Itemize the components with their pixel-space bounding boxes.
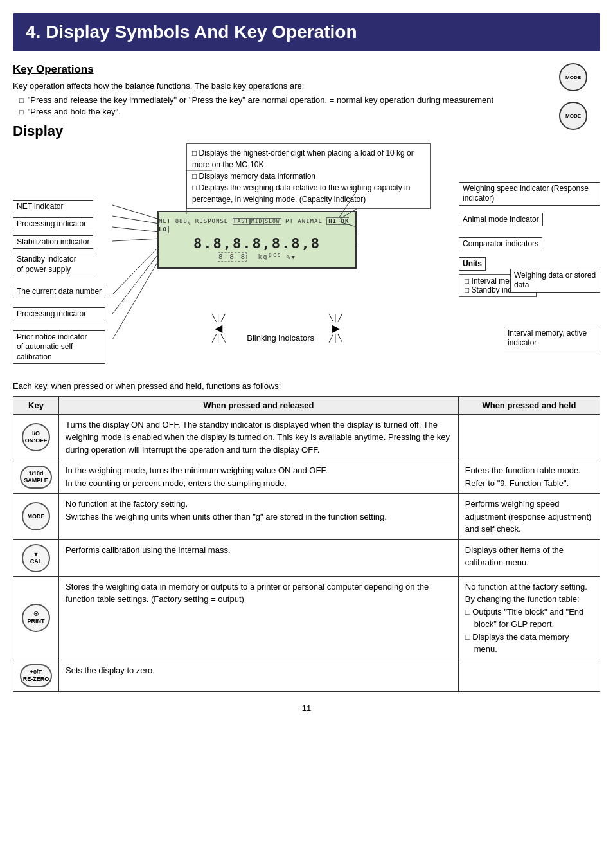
svg-line-11 [112,253,159,314]
svg-line-1 [112,216,159,224]
page-wrapper: 4. Display Symbols And Key Operation Key… [13,13,600,713]
lcd-display: NET 888% RESPONSE FASTMIDSLOW PT ANIMAL … [157,211,357,269]
lcd-main-row: 8.8,8.8,8.8,8 [193,235,321,251]
svg-line-12 [112,259,159,339]
key-button-5[interactable]: +0/T RE-ZERO [20,664,52,687]
key-button-2[interactable]: MODE [22,502,50,530]
pressed-held-cell-1: Enters the function table mode. Refer to… [458,460,600,494]
pressed-held-cell-3: Displays other items of the calibration … [458,539,600,576]
blinking-indicators: ╲│╱ ◀ ╱│╲ Blinking indicators ╲│╱ ▶ ╱│╲ [212,314,342,343]
top-callout-item-2: □ Displays memory data information [192,170,425,182]
bullet-1: □ "Press and release the key immediately… [19,95,600,105]
page-number: 11 [13,703,600,713]
table-row: 1/10d SAMPLEIn the weighing mode, turns … [13,460,600,494]
key-button-0[interactable]: I/O ON:OFF [22,423,50,451]
pressed-released-cell-5: Sets the display to zero. [59,660,459,691]
table-row: I/O ON:OFFTurns the display ON and OFF. … [13,414,600,460]
key-cell-5: +0/T RE-ZERO [13,660,59,691]
svg-line-0 [112,205,159,219]
pressed-released-cell-2: No function at the factory setting.Switc… [59,494,459,540]
blink-chevron-down-1: ╱│╲ [212,334,226,343]
key-cell-4: ☉ PRINT [13,576,59,660]
pressed-held-cell-4: No function at the factory setting.By ch… [458,576,600,660]
display-diagram: □ Displays the highest-order digit when … [13,143,600,375]
left-labels: NET indicator Processing indicator Stabi… [13,200,93,280]
top-callout-item-1: □ Displays the highest-order digit when … [192,147,425,170]
net-indicator-label: NET indicator [13,200,93,214]
key-button-1[interactable]: 1/10d SAMPLE [20,466,52,489]
top-callout-item-3: □ Displays the weighing data relative to… [192,182,425,205]
col-key: Key [13,396,59,414]
table-row: ☉ PRINTStores the weighing data in memor… [13,576,600,660]
key-cell-2: MODE [13,494,59,540]
key-operations-title: Key Operations [13,63,600,76]
current-data-number-label: The current data number [13,285,105,299]
key-cell-3: ▼ CAL [13,539,59,576]
blink-chevron-up-2: ╲│╱ [329,314,342,322]
col-pressed-held: When pressed and held [458,396,600,414]
page-header: 4. Display Symbols And Key Operation [13,13,600,51]
pressed-released-cell-0: Turns the display ON and OFF. The standb… [59,414,459,460]
key-cell-1: 1/10d SAMPLE [13,460,59,494]
blink-arrow-left: ◀ [212,322,226,334]
display-title: Display [13,123,600,140]
pressed-released-cell-4: Stores the weighing data in memory or ou… [59,576,459,660]
blink-chevron-up-1: ╲│╱ [212,314,226,322]
keys-table: Key When pressed and released When press… [13,396,600,692]
col-pressed-released: When pressed and released [59,396,459,414]
pressed-released-cell-3: Performs calibration using the internal … [59,539,459,576]
display-section: Display □ Displays the highest-order dig… [13,123,600,375]
top-callout-box: □ Displays the highest-order digit when … [186,143,431,209]
key-button-3[interactable]: ▼ CAL [22,544,50,572]
pressed-released-cell-1: In the weighing mode, turns the minimum … [59,460,459,494]
key-cell-0: I/O ON:OFF [13,414,59,460]
key-button-4[interactable]: ☉ PRINT [22,604,50,632]
units-label: Units [459,257,486,271]
mode-icons: MODE MODE [559,63,587,130]
mode-icon-label-2: MODE [565,113,581,119]
table-description: Each key, when pressed or when pressed a… [13,381,600,391]
blink-arrow-right: ▶ [329,322,342,334]
bottom-left-labels: The current data number Processing indic… [13,285,105,365]
key-operations-intro: Key operation affects how the balance fu… [13,80,600,93]
weighing-data-label: Weighing data or stored data [510,269,600,293]
processing-indicator-label-1: Processing indicator [13,217,93,231]
blink-symbol-left: ╲│╱ ◀ ╱│╲ [212,314,226,343]
bullet-text-2: "Press and hold the key". [28,107,121,116]
key-operations-section: Key Operations Key operation affects how… [13,63,600,116]
animal-mode-indicator-label: Animal mode indicator [459,213,543,227]
bullet-symbol-2: □ [19,108,24,116]
lcd-sub-row: 8 8 8 kgpcs %▼ [218,251,296,261]
pressed-held-cell-5 [458,660,600,691]
table-row: MODENo function at the factory setting.S… [13,494,600,540]
prior-notice-indicator-label: Prior notice indicatorof automatic selfc… [13,330,105,365]
weighing-speed-indicator-label: Weighing speed indicator (Response indic… [459,182,600,206]
pressed-held-cell-0 [458,414,600,460]
page-title: 4. Display Symbols And Key Operation [26,22,587,42]
bullet-symbol-1: □ [19,96,24,104]
standby-indicator-label: Standby indicatorof power supply [13,253,93,276]
svg-line-10 [112,246,159,294]
table-header-row: Key When pressed and released When press… [13,396,600,414]
table-row: +0/T RE-ZEROSets the display to zero. [13,660,600,691]
pressed-held-cell-2: Performs weighing speed adjustment (resp… [458,494,600,540]
table-row: ▼ CALPerforms calibration using the inte… [13,539,600,576]
stabilization-indicator-label: Stabilization indicator [13,235,93,249]
svg-line-3 [112,239,159,241]
mode-icon-label-1: MODE [565,75,581,80]
processing-indicator-label-2: Processing indicator [13,307,105,321]
lcd-top-row: NET 888% RESPONSE FASTMIDSLOW PT ANIMAL … [159,218,355,233]
comparator-indicators-label: Comparator indicators [459,237,542,251]
blink-chevron-down-2: ╱│╲ [329,334,342,343]
weighing-data-label-box: Weighing data or stored data [510,269,600,293]
interval-memory-active-box: Interval memory, active indicator [504,327,600,350]
bullet-2: □ "Press and hold the key". [19,107,600,116]
interval-memory-active-label: Interval memory, active indicator [504,327,600,350]
blinking-label: Blinking indicators [247,333,314,343]
blink-symbol-right: ╲│╱ ▶ ╱│╲ [329,314,342,343]
mode-icon-1: MODE [559,63,587,91]
bullet-text-1: "Press and release the key immediately" … [28,95,494,105]
svg-line-2 [112,227,159,232]
